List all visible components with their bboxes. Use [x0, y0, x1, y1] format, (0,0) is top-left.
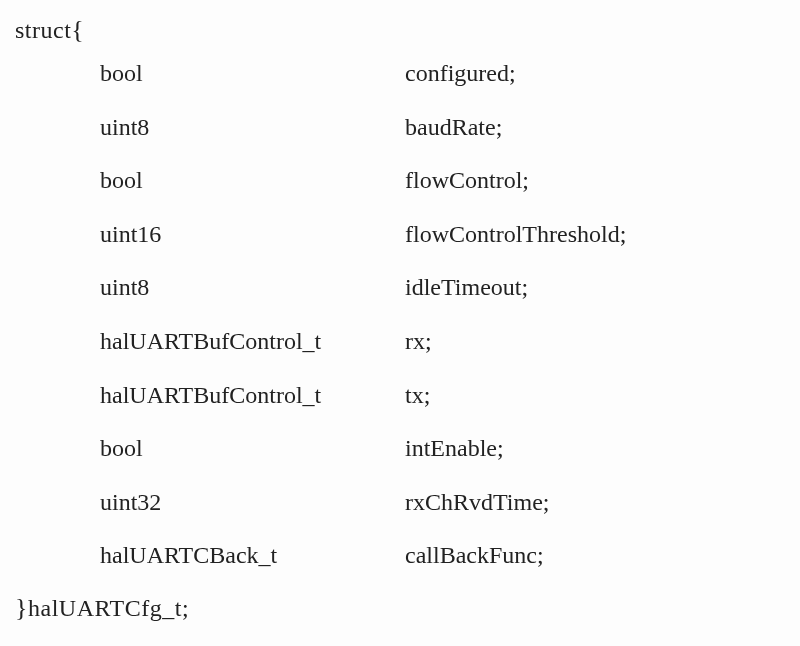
member-type: uint16 — [100, 218, 405, 252]
member-name: rxChRvdTime; — [405, 486, 785, 520]
struct-member-row: uint16 flowControlThreshold; — [100, 218, 785, 252]
semicolon: ; — [182, 595, 189, 621]
struct-member-row: halUARTBufControl_t rx; — [100, 325, 785, 359]
struct-declaration-close: }halUARTCfg_t; — [15, 593, 785, 623]
member-type: bool — [100, 57, 405, 91]
member-type: uint32 — [100, 486, 405, 520]
member-type: halUARTCBack_t — [100, 539, 405, 573]
member-type: bool — [100, 432, 405, 466]
member-name: configured; — [405, 57, 785, 91]
struct-member-row: uint32 rxChRvdTime; — [100, 486, 785, 520]
struct-declaration-open: struct{ — [15, 15, 785, 45]
member-name: rx; — [405, 325, 785, 359]
struct-member-row: uint8 idleTimeout; — [100, 271, 785, 305]
member-name: intEnable; — [405, 432, 785, 466]
member-type: uint8 — [100, 111, 405, 145]
member-type: halUARTBufControl_t — [100, 379, 405, 413]
open-brace: { — [71, 15, 84, 44]
struct-member-row: uint8 baudRate; — [100, 111, 785, 145]
member-type: uint8 — [100, 271, 405, 305]
typedef-name: halUARTCfg_t — [28, 595, 182, 621]
member-name: tx; — [405, 379, 785, 413]
member-name: flowControl; — [405, 164, 785, 198]
struct-keyword: struct — [15, 17, 71, 43]
member-type: halUARTBufControl_t — [100, 325, 405, 359]
struct-member-row: halUARTBufControl_t tx; — [100, 379, 785, 413]
member-name: callBackFunc; — [405, 539, 785, 573]
member-name: flowControlThreshold; — [405, 218, 785, 252]
struct-member-row: bool configured; — [100, 57, 785, 91]
member-name: idleTimeout; — [405, 271, 785, 305]
struct-member-row: bool flowControl; — [100, 164, 785, 198]
struct-member-row: halUARTCBack_t callBackFunc; — [100, 539, 785, 573]
struct-member-row: bool intEnable; — [100, 432, 785, 466]
member-type: bool — [100, 164, 405, 198]
member-name: baudRate; — [405, 111, 785, 145]
close-brace: } — [15, 593, 28, 622]
